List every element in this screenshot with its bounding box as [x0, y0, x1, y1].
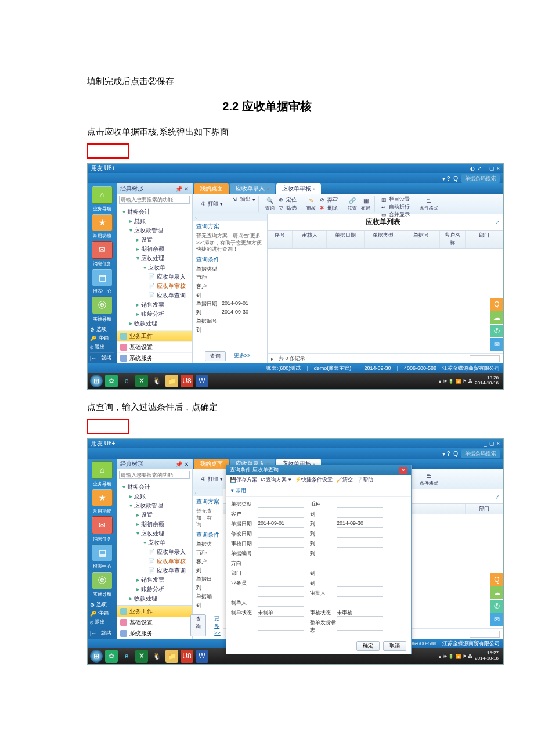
nav-impl-icon[interactable]: ⓔ [92, 296, 113, 314]
nav-logout[interactable]: 🔑注销 [90, 334, 114, 343]
float-search-icon[interactable]: Q [490, 298, 503, 311]
field-input[interactable] [258, 540, 304, 548]
format-button[interactable]: 🗀条件格式 [418, 196, 439, 211]
tree-tab-base[interactable]: 基础设置 [117, 617, 192, 628]
tree-tab-base[interactable]: 基础设置 [117, 341, 192, 352]
win-max[interactable]: ▢ [489, 165, 495, 171]
col-no[interactable]: 单据号 [402, 231, 440, 248]
nav-impl-icon[interactable]: ⓔ [92, 571, 113, 589]
field-input[interactable] [337, 501, 383, 508]
query-button[interactable]: 查询 [190, 614, 206, 636]
win-close[interactable]: × [497, 165, 500, 171]
tab-desktop[interactable]: 我的桌面 [194, 183, 229, 194]
linked-button[interactable]: 🔗联查 [347, 196, 358, 211]
tree-leaf[interactable]: ·📄 应收单查询 [117, 291, 192, 300]
start-button[interactable]: ⊞ [90, 375, 103, 387]
float-cloud-icon[interactable]: ☁ [490, 311, 503, 324]
more-button[interactable]: 更多>> [210, 614, 225, 636]
help-button[interactable]: ❔帮助 [356, 476, 373, 484]
print-button[interactable]: 🖨打印 ▾ [199, 200, 223, 208]
locate-button[interactable]: ⊕定位 [277, 196, 297, 204]
tree-search-input[interactable] [119, 196, 190, 204]
field-input[interactable]: 未制单 [258, 609, 304, 617]
delete-button[interactable]: ✖删除 [319, 204, 338, 212]
tree-tab-biz[interactable]: 业务工作 [117, 606, 192, 617]
field-input[interactable] [258, 530, 304, 538]
task-ie-icon[interactable]: e [120, 375, 133, 387]
field-input[interactable] [258, 550, 304, 557]
tree-node[interactable]: ▾财务会计 [117, 207, 192, 217]
task-icon[interactable]: ✿ [105, 650, 118, 663]
start-button[interactable]: ⊞ [90, 650, 103, 663]
tree-tab-sys[interactable]: 系统服务 [117, 352, 192, 363]
field-input[interactable] [337, 530, 383, 538]
task-qq-icon[interactable]: 🐧 [150, 375, 163, 387]
task-qq-icon[interactable]: 🐧 [150, 650, 163, 663]
tab-audit[interactable]: 应收单审核× [276, 183, 322, 194]
col-date[interactable]: 单据日期 [327, 231, 365, 248]
task-excel-icon[interactable]: X [135, 650, 148, 663]
field-input[interactable] [337, 550, 383, 557]
close-icon[interactable]: × [399, 467, 407, 474]
tree-node[interactable]: ▸账龄分析 [117, 309, 192, 319]
abandon-button[interactable]: ⊘弃审 [319, 196, 338, 204]
tree-node[interactable]: ▾应收款管理 [117, 226, 192, 235]
global-search[interactable]: 单据条码搜索 [461, 449, 500, 458]
task-ie-icon[interactable]: e [120, 650, 133, 663]
tree-body[interactable]: ▾财务会计 ▸总账 ▾应收款管理 ▸设置 ▸期初余额 ▾应收处理 ▾应收单 ·📄… [117, 206, 192, 330]
nav-options[interactable]: ⚙选项 [90, 600, 114, 609]
nav-exit[interactable]: ⎋退出 [90, 343, 114, 351]
col-seq[interactable]: 序号 [268, 231, 293, 248]
tree-body[interactable]: ▾财务会计 ▸总账 ▾应收款管理 ▸设置 ▸期初余额 ▾应收处理 ▾应收单 ·📄… [117, 481, 192, 605]
nav-logout[interactable]: 🔑注销 [90, 609, 114, 618]
field-input[interactable] [258, 579, 304, 587]
collapse-icon[interactable]: ‹ [193, 214, 267, 221]
query-button[interactable]: 查询 [205, 351, 226, 361]
pin-icon[interactable]: 📌 [175, 186, 182, 192]
float-chat-icon[interactable]: ✆ [490, 600, 503, 613]
dialog-title[interactable]: 查询条件-应收单查询 × [226, 465, 411, 475]
nav-report-icon[interactable]: ▤ [92, 544, 113, 562]
nav-exit[interactable]: ⎋退出 [90, 618, 114, 627]
tree-leaf[interactable]: ·📄 应收单录入 [117, 272, 192, 282]
tree-tab-biz[interactable]: 业务工作 [117, 330, 192, 341]
tree-search-input[interactable] [119, 471, 190, 479]
dialog-section[interactable]: ▾ 常用 [226, 485, 411, 497]
field-input[interactable] [258, 599, 304, 607]
tree-tab-sys[interactable]: 系统服务 [117, 628, 192, 639]
win-min[interactable]: _ [484, 165, 487, 171]
audit-button[interactable]: ✎审核 [305, 196, 317, 211]
field-input[interactable] [337, 570, 383, 577]
tab-entry[interactable]: 应收单录入× [230, 183, 275, 194]
float-search-icon[interactable]: Q [490, 573, 503, 586]
quick-cond-button[interactable]: ⚡快捷条件设置 [295, 476, 333, 484]
tree-node[interactable]: ▸总账 [117, 217, 192, 226]
task-folder-icon[interactable]: 📁 [165, 375, 178, 387]
window-titlebar[interactable]: 用友 U8+ ◐ ⤢ _ ▢ × [88, 164, 503, 173]
field-input[interactable]: 2014-09-30 [337, 520, 383, 528]
format-button[interactable]: 🗀条件格式 [418, 471, 439, 487]
task-word-icon[interactable]: W [196, 650, 208, 663]
close-icon[interactable]: × [313, 186, 316, 192]
field-input[interactable] [258, 623, 304, 631]
task-excel-icon[interactable]: X [135, 375, 148, 387]
win-close[interactable]: × [497, 441, 500, 447]
nav-report-icon[interactable]: ▤ [92, 269, 113, 287]
tree-node[interactable]: ▸收款处理 [117, 319, 192, 328]
task-word-icon[interactable]: W [196, 375, 208, 387]
field-input[interactable] [337, 540, 383, 548]
help-icon[interactable]: ▾ ? [442, 451, 450, 457]
save-scheme-button[interactable]: 💾保存方案 [230, 476, 257, 484]
tree-node[interactable]: ▾应收单 [117, 263, 192, 272]
nav-fav-icon[interactable]: ★ [92, 489, 113, 507]
field-input[interactable] [258, 589, 304, 597]
nav-msg-icon[interactable]: ✉ [92, 241, 113, 259]
tree-leaf-selected[interactable]: ·📄 应收单审核 [117, 282, 192, 291]
expand-icon[interactable]: ⤢ [495, 219, 500, 225]
col-cust[interactable]: 客户名称 [440, 231, 466, 248]
field-input[interactable] [337, 623, 383, 631]
task-u8-icon[interactable]: U8 [181, 650, 193, 663]
help-icon[interactable]: ▾ ? [442, 175, 450, 182]
task-folder-icon[interactable]: 📁 [165, 650, 178, 663]
field-input[interactable]: 2014-09-01 [258, 520, 304, 528]
